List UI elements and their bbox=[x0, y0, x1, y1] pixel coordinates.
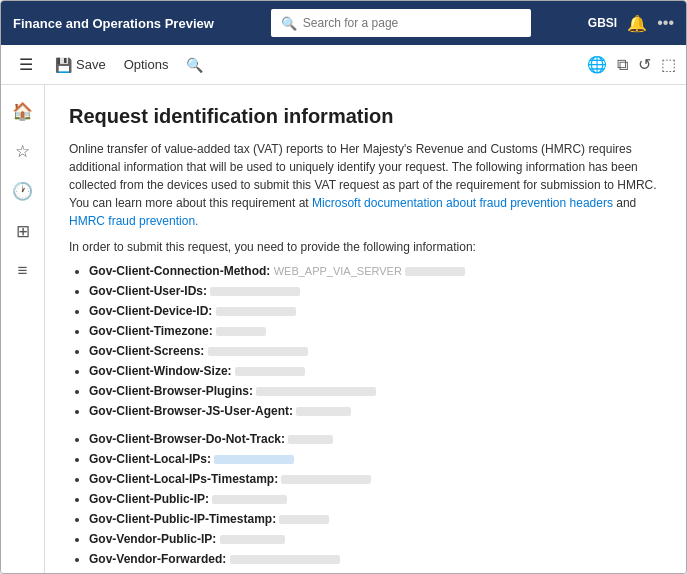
list-item: Gov-Client-Local-IPs: bbox=[89, 450, 662, 468]
hmrc-fraud-link[interactable]: HMRC fraud prevention. bbox=[69, 214, 198, 228]
sidebar-item-home[interactable]: 🏠 bbox=[5, 93, 41, 129]
list-item: Gov-Client-Local-IPs-Timestamp: bbox=[89, 470, 662, 488]
list-item: Gov-Client-Device-ID: bbox=[89, 302, 662, 320]
command-search-icon: 🔍 bbox=[186, 57, 203, 73]
sidebar: 🏠 ☆ 🕐 ⊞ ≡ bbox=[1, 85, 45, 573]
intro-paragraph: Online transfer of value-added tax (VAT)… bbox=[69, 140, 662, 230]
list-item: Gov-Client-User-IDs: bbox=[89, 282, 662, 300]
fraud-headers-link[interactable]: Microsoft documentation about fraud prev… bbox=[312, 196, 613, 210]
options-label: Options bbox=[124, 57, 169, 72]
search-input[interactable] bbox=[303, 16, 521, 30]
intro-link-sep: and bbox=[616, 196, 636, 210]
list-item: Gov-Client-Public-IP: bbox=[89, 490, 662, 508]
search-area: 🔍 bbox=[226, 9, 576, 37]
list-item: Gov-Client-Browser-Do-Not-Track: bbox=[89, 430, 662, 448]
blur-value bbox=[208, 347, 308, 356]
main-layout: 🏠 ☆ 🕐 ⊞ ≡ Request identification informa… bbox=[1, 85, 686, 573]
list-item: Gov-Vendor-Forwarded: bbox=[89, 550, 662, 568]
sidebar-item-favorites[interactable]: ☆ bbox=[5, 133, 41, 169]
globe-icon[interactable]: 🌐 bbox=[587, 55, 607, 74]
command-right-icons: 🌐 ⧉ ↺ ⬚ bbox=[587, 55, 676, 74]
list-item: Gov-Client-Browser-JS-User-Agent: bbox=[89, 402, 662, 420]
blur-value bbox=[256, 387, 376, 396]
list-item: Gov-Client-Window-Size: bbox=[89, 362, 662, 380]
search-icon: 🔍 bbox=[281, 16, 297, 31]
blur-value bbox=[210, 287, 300, 296]
list-item: Gov-Client-Screens: bbox=[89, 342, 662, 360]
notification-icon[interactable]: 🔔 bbox=[627, 14, 647, 33]
field-list-2: Gov-Client-Browser-Do-Not-Track: Gov-Cli… bbox=[69, 430, 662, 573]
blur-value bbox=[405, 267, 465, 276]
search-box[interactable]: 🔍 bbox=[271, 9, 531, 37]
title-bar-right: GBSI 🔔 ••• bbox=[588, 14, 674, 33]
options-button[interactable]: Options bbox=[116, 53, 177, 76]
page-title: Request identification information bbox=[69, 105, 662, 128]
save-icon: 💾 bbox=[55, 57, 72, 73]
refresh-icon[interactable]: ↺ bbox=[638, 55, 651, 74]
content-area: Request identification information Onlin… bbox=[45, 85, 686, 573]
sidebar-item-list[interactable]: ≡ bbox=[5, 253, 41, 289]
hamburger-icon[interactable]: ☰ bbox=[11, 51, 41, 78]
list-item: Gov-Client-Connection-Method: WEB_APP_VI… bbox=[89, 262, 662, 280]
list-item: Gov-Vendor-License-IDs: bbox=[89, 570, 662, 573]
sidebar-item-workspaces[interactable]: ⊞ bbox=[5, 213, 41, 249]
list-item: Gov-Client-Public-IP-Timestamp: bbox=[89, 510, 662, 528]
blur-value bbox=[216, 307, 296, 316]
blur-value bbox=[279, 515, 329, 524]
title-bar: Finance and Operations Preview 🔍 GBSI 🔔 … bbox=[1, 1, 686, 45]
blur-value bbox=[235, 367, 305, 376]
blur-blue-value bbox=[214, 455, 294, 464]
submit-prompt: In order to submit this request, you nee… bbox=[69, 240, 662, 254]
list-item: Gov-Client-Timezone: bbox=[89, 322, 662, 340]
user-initials[interactable]: GBSI bbox=[588, 16, 617, 30]
blur-value bbox=[212, 495, 287, 504]
list-item: Gov-Client-Browser-Plugins: bbox=[89, 382, 662, 400]
blur-value bbox=[288, 435, 333, 444]
blur-value bbox=[216, 327, 266, 336]
more-options-icon[interactable]: ••• bbox=[657, 14, 674, 32]
blur-value bbox=[281, 475, 371, 484]
save-label: Save bbox=[76, 57, 106, 72]
app-window: Finance and Operations Preview 🔍 GBSI 🔔 … bbox=[0, 0, 687, 574]
list-item: Gov-Vendor-Public-IP: bbox=[89, 530, 662, 548]
duplicate-icon[interactable]: ⧉ bbox=[617, 56, 628, 74]
save-button[interactable]: 💾 Save bbox=[47, 53, 114, 77]
blur-value bbox=[230, 555, 340, 564]
sidebar-item-recent[interactable]: 🕐 bbox=[5, 173, 41, 209]
blur-value bbox=[296, 407, 351, 416]
field-list-1: Gov-Client-Connection-Method: WEB_APP_VI… bbox=[69, 262, 662, 420]
app-title: Finance and Operations Preview bbox=[13, 16, 214, 31]
blur-value bbox=[220, 535, 285, 544]
command-bar: ☰ 💾 Save Options 🔍 🌐 ⧉ ↺ ⬚ bbox=[1, 45, 686, 85]
search-command-button[interactable]: 🔍 bbox=[178, 53, 211, 77]
external-link-icon[interactable]: ⬚ bbox=[661, 55, 676, 74]
